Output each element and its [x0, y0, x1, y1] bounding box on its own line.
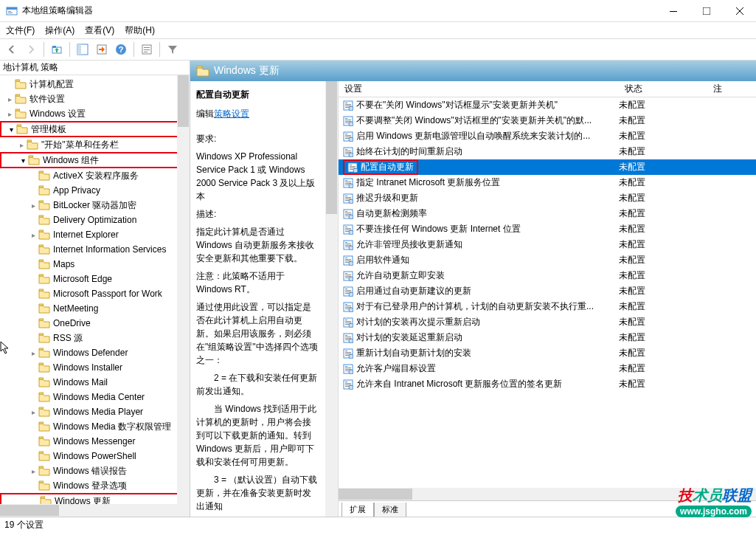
- close-button[interactable]: [723, 0, 756, 21]
- tree-item[interactable]: Windows PowerShell: [0, 449, 190, 463]
- tree-item[interactable]: ▸软件设置: [0, 92, 190, 106]
- tree-item[interactable]: ActiveX 安装程序服务: [0, 168, 190, 183]
- tree-item[interactable]: Delivery Optimization: [0, 213, 190, 227]
- svg-rect-110: [345, 335, 347, 336]
- table-row[interactable]: 启用通过自动更新建议的更新未配置: [339, 283, 756, 299]
- table-row[interactable]: 不要调整"关闭 Windows"对话框里的"安装更新并关机"的默...未配置: [339, 113, 756, 128]
- menu-action[interactable]: 操作(A): [45, 24, 74, 37]
- table-row[interactable]: 允许自动更新立即安装未配置: [339, 268, 756, 283]
- export-button[interactable]: [93, 41, 111, 58]
- tree-item-label: BitLocker 驱动器加密: [53, 199, 136, 212]
- tree-item[interactable]: Windows Messenger: [0, 434, 190, 449]
- tree[interactable]: 计算机配置▸软件设置▸Windows 设置▾管理模板▸"开始"菜单和任务栏▾Wi…: [0, 75, 190, 517]
- svg-point-60: [349, 199, 353, 204]
- up-button[interactable]: [48, 41, 66, 58]
- policy-icon: [343, 333, 353, 343]
- tree-item[interactable]: ▾Windows 组件: [0, 152, 190, 168]
- desc-vscrollbar[interactable]: [325, 81, 338, 517]
- row-name: 不要调整"关闭 Windows"对话框里的"安装更新并关机"的默...: [356, 114, 592, 127]
- col-setting[interactable]: 设置: [339, 83, 619, 95]
- tree-item-label: "开始"菜单和任务栏: [41, 139, 119, 151]
- tree-vscrollbar[interactable]: [177, 75, 190, 517]
- svg-rect-3: [8, 13, 13, 13]
- table-row[interactable]: 允许来自 Intranet Microsoft 更新服务位置的签名更新未配置: [339, 376, 756, 392]
- menu-view[interactable]: 查看(V): [85, 24, 114, 37]
- expand-arrow-icon[interactable]: ▸: [4, 110, 15, 118]
- expand-arrow-icon[interactable]: ▸: [28, 201, 38, 210]
- expand-arrow-icon[interactable]: ▸: [28, 349, 38, 357]
- tree-item[interactable]: ▾管理模板: [0, 121, 190, 137]
- col-status[interactable]: 状态: [619, 83, 707, 95]
- tree-item[interactable]: RSS 源: [0, 331, 190, 345]
- table-hscrollbar[interactable]: [339, 488, 756, 500]
- tree-item[interactable]: ▸Windows 错误报告: [0, 463, 190, 478]
- table-row[interactable]: 重新计划自动更新计划的安装未配置: [339, 345, 756, 361]
- tab-extended[interactable]: 扩展: [341, 503, 374, 517]
- tree-item[interactable]: Windows Media 数字权限管理: [0, 419, 190, 434]
- tree-item[interactable]: 计算机配置: [0, 77, 190, 92]
- expand-arrow-icon[interactable]: ▸: [16, 141, 27, 149]
- tree-item[interactable]: Windows Mail: [0, 375, 190, 390]
- expand-arrow-icon[interactable]: ▾: [18, 156, 28, 165]
- tree-item[interactable]: OneDrive: [0, 316, 190, 331]
- expand-arrow-icon[interactable]: ▸: [28, 408, 38, 416]
- folder-icon: [16, 123, 28, 135]
- table-row[interactable]: 指定 Intranet Microsoft 更新服务位置未配置: [339, 175, 756, 190]
- desc-p3: 通过使用此设置，可以指定是否在此计算机上启用自动更新。如果启用该服务，则必须在"…: [196, 300, 332, 367]
- menu-help[interactable]: 帮助(H): [125, 24, 155, 37]
- help-button[interactable]: ?: [112, 41, 130, 58]
- back-button[interactable]: [3, 41, 21, 58]
- table-row[interactable]: 允许客户端目标设置未配置: [339, 361, 756, 376]
- table-body[interactable]: 不要在"关闭 Windows"对话框显示"安装更新并关机"未配置不要调整"关闭 …: [339, 97, 756, 488]
- table-row[interactable]: 不要连接任何 Windows 更新 Internet 位置未配置: [339, 221, 756, 237]
- table-row[interactable]: 对计划的安装再次提示重新启动未配置: [339, 314, 756, 330]
- table-row[interactable]: 始终在计划的时间重新启动未配置: [339, 144, 756, 159]
- svg-rect-27: [345, 120, 351, 120]
- tree-hscrollbar[interactable]: [0, 504, 177, 517]
- expand-arrow-icon[interactable]: ▸: [28, 231, 38, 239]
- tree-item[interactable]: ▸Windows Media Player: [0, 404, 190, 419]
- row-status: 未配置: [619, 161, 707, 173]
- tree-button[interactable]: [74, 41, 91, 58]
- expand-arrow-icon[interactable]: ▾: [6, 125, 16, 134]
- table-row[interactable]: 自动更新检测频率未配置: [339, 206, 756, 221]
- table-row[interactable]: 对于有已登录用户的计算机，计划的自动更新安装不执行重...未配置: [339, 299, 756, 314]
- tab-standard[interactable]: 标准: [374, 503, 406, 517]
- table-row[interactable]: 启用 Windows 更新电源管理以自动唤醒系统来安装计划的...未配置: [339, 128, 756, 144]
- properties-button[interactable]: [138, 41, 156, 58]
- tree-header[interactable]: 地计算机 策略: [0, 61, 190, 75]
- tree-item[interactable]: Microsoft Edge: [0, 272, 190, 286]
- svg-rect-50: [345, 180, 347, 181]
- svg-rect-74: [345, 242, 347, 243]
- col-comment[interactable]: 注: [707, 83, 756, 95]
- maximize-button[interactable]: [690, 0, 723, 21]
- tree-item[interactable]: ▸Windows Defender: [0, 345, 190, 360]
- minimize-button[interactable]: [656, 0, 690, 21]
- table-row[interactable]: 对计划的安装延迟重新启动未配置: [339, 330, 756, 345]
- menu-file[interactable]: 文件(F): [6, 24, 35, 37]
- expand-arrow-icon[interactable]: ▸: [4, 95, 15, 103]
- filter-button[interactable]: [164, 41, 181, 58]
- expand-arrow-icon[interactable]: ▸: [28, 467, 38, 475]
- tree-item[interactable]: NetMeeting: [0, 301, 190, 316]
- forward-button[interactable]: [22, 41, 40, 58]
- table-row[interactable]: 启用软件通知未配置: [339, 252, 756, 268]
- tree-item[interactable]: Microsoft Passport for Work: [0, 286, 190, 301]
- tree-item[interactable]: ▸Internet Explorer: [0, 227, 190, 242]
- tree-item[interactable]: Windows 登录选项: [0, 478, 190, 493]
- folder-icon: [15, 78, 27, 90]
- tree-item[interactable]: Windows Installer: [0, 360, 190, 375]
- policy-settings-link[interactable]: 策略设置: [214, 107, 249, 120]
- tree-item[interactable]: ▸BitLocker 驱动器加密: [0, 198, 190, 213]
- table-row[interactable]: 推迟升级和更新未配置: [339, 190, 756, 206]
- svg-point-42: [349, 153, 353, 157]
- tree-item[interactable]: Maps: [0, 257, 190, 272]
- tree-item[interactable]: Internet Information Services: [0, 242, 190, 257]
- tree-item[interactable]: Windows Media Center: [0, 390, 190, 404]
- table-row[interactable]: 允许非管理员接收更新通知未配置: [339, 237, 756, 252]
- table-row[interactable]: 不要在"关闭 Windows"对话框显示"安装更新并关机"未配置: [339, 97, 756, 113]
- tree-item[interactable]: ▸"开始"菜单和任务栏: [0, 137, 190, 152]
- table-row[interactable]: 配置自动更新未配置: [339, 159, 756, 175]
- tree-item[interactable]: App Privacy: [0, 183, 190, 198]
- tree-item[interactable]: ▸Windows 设置: [0, 106, 190, 121]
